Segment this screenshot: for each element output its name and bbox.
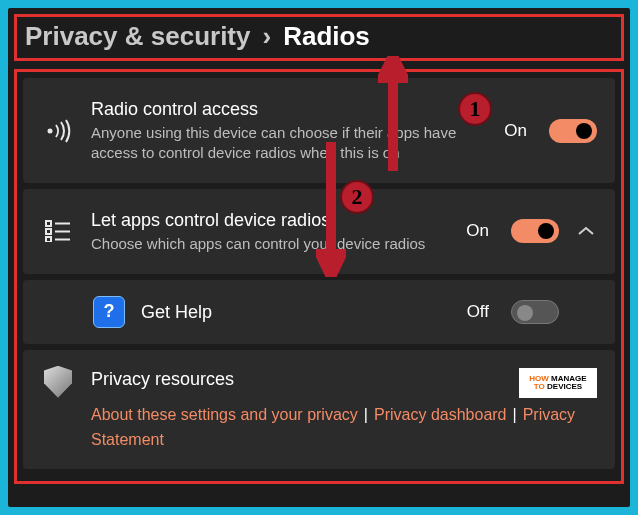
breadcrumb: Privacy & security › Radios (25, 21, 613, 52)
svg-rect-1 (46, 221, 51, 226)
settings-window: Privacy & security › Radios Radio contro… (8, 8, 630, 507)
link-privacy-dashboard[interactable]: Privacy dashboard (374, 406, 507, 423)
app-title: Get Help (141, 301, 451, 324)
breadcrumb-parent[interactable]: Privacy & security (25, 21, 250, 52)
setting-row-let-apps[interactable]: Let apps control device radios Choose wh… (23, 189, 615, 274)
breadcrumb-current: Radios (283, 21, 370, 52)
link-about-settings-privacy[interactable]: About these settings and your privacy (91, 406, 358, 423)
get-help-toggle[interactable] (511, 300, 559, 324)
toggle-state-label: On (466, 221, 489, 241)
privacy-resources-row: Privacy resources HOW MANAGE TO DEVICES … (23, 350, 615, 469)
svg-point-0 (48, 128, 53, 133)
app-row-get-help[interactable]: ? Get Help Off (23, 280, 615, 344)
broadcast-icon (41, 119, 75, 143)
resources-title: Privacy resources (91, 368, 234, 391)
chevron-up-icon[interactable] (575, 226, 597, 236)
radio-control-access-toggle[interactable] (549, 119, 597, 143)
breadcrumb-separator: › (262, 21, 271, 52)
setting-subtitle: Choose which apps can control your devic… (91, 234, 450, 254)
get-help-app-icon: ? (93, 296, 125, 328)
svg-rect-3 (46, 229, 51, 234)
setting-subtitle: Anyone using this device can choose if t… (91, 123, 488, 164)
annotation-highlight-content: Radio control access Anyone using this d… (14, 69, 624, 484)
list-icon (41, 220, 75, 242)
watermark-howtomanagedevices: HOW MANAGE TO DEVICES (519, 368, 597, 398)
setting-title: Radio control access (91, 98, 488, 121)
annotation-highlight-breadcrumb: Privacy & security › Radios (14, 14, 624, 61)
toggle-state-label: On (504, 121, 527, 141)
shield-icon (41, 366, 75, 398)
let-apps-toggle[interactable] (511, 219, 559, 243)
setting-title: Let apps control device radios (91, 209, 450, 232)
svg-rect-5 (46, 237, 51, 242)
setting-row-radio-control-access[interactable]: Radio control access Anyone using this d… (23, 78, 615, 183)
toggle-state-label: Off (467, 302, 489, 322)
resources-links: About these settings and your privacy|Pr… (91, 402, 597, 453)
